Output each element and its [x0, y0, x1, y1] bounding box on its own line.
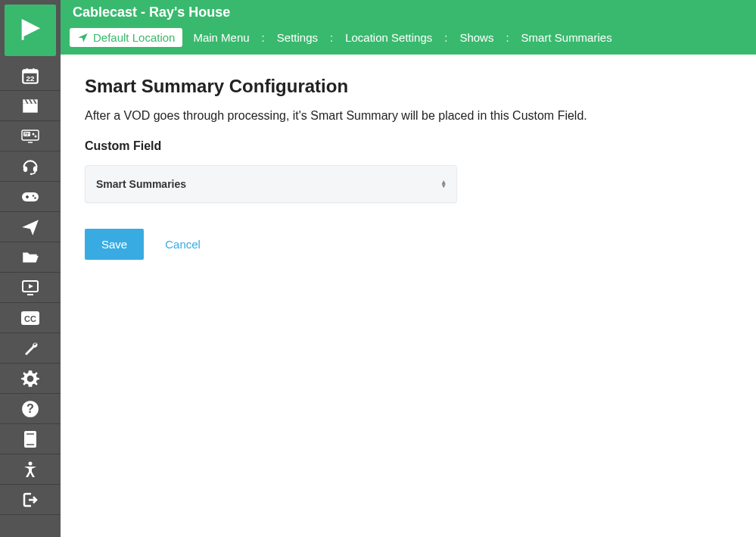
- svg-point-13: [35, 135, 37, 137]
- sidebar-item-book[interactable]: [0, 424, 61, 454]
- book-icon: [22, 429, 39, 449]
- svg-point-21: [33, 195, 35, 197]
- accessibility-icon: [21, 461, 39, 479]
- sidebar-item-monitor[interactable]: 75°: [0, 121, 61, 151]
- play-monitor-icon: [20, 279, 40, 296]
- gamepad-icon: [20, 190, 41, 204]
- breadcrumb: Default Location Main Menu : Settings : …: [61, 23, 756, 55]
- svg-text:22: 22: [26, 73, 35, 82]
- crumb-separator: :: [504, 31, 510, 44]
- folder-open-icon: [20, 248, 40, 267]
- logo-flag-icon: [17, 17, 43, 43]
- crumb-separator: :: [328, 31, 334, 44]
- svg-point-15: [23, 166, 27, 172]
- clapperboard-icon: [20, 96, 40, 116]
- svg-text:?: ?: [26, 401, 34, 415]
- custom-field-select[interactable]: Smart Summaries ▴▾: [85, 165, 457, 203]
- svg-rect-18: [22, 192, 39, 201]
- svg-rect-1: [23, 70, 38, 73]
- svg-point-34: [29, 461, 33, 465]
- crumb-separator: :: [443, 31, 449, 44]
- sidebar-item-clapper[interactable]: [0, 91, 61, 121]
- main: Cablecast - Ray's House Default Location…: [61, 0, 756, 537]
- svg-marker-24: [29, 284, 33, 289]
- crumb-separator: :: [260, 31, 266, 44]
- location-chip[interactable]: Default Location: [70, 28, 182, 47]
- logout-icon: [21, 491, 39, 509]
- actions: Save Cancel: [85, 229, 732, 260]
- page-title: Smart Summary Configuration: [85, 76, 732, 97]
- svg-point-17: [30, 173, 33, 175]
- svg-text:CC: CC: [24, 314, 36, 323]
- monitor-icon: 75°: [20, 129, 40, 144]
- sidebar-item-calendar[interactable]: 22: [0, 61, 61, 91]
- svg-rect-5: [23, 103, 38, 112]
- headset-icon: [20, 157, 40, 176]
- crumb-shows[interactable]: Shows: [452, 29, 501, 46]
- sidebar-item-wrench[interactable]: [0, 333, 61, 364]
- cancel-button[interactable]: Cancel: [165, 238, 201, 251]
- location-label: Default Location: [93, 31, 175, 44]
- chevron-up-down-icon: ▴▾: [442, 180, 446, 188]
- svg-point-22: [34, 197, 36, 199]
- sidebar-item-accessibility[interactable]: [0, 454, 61, 485]
- sidebar-item-help[interactable]: ?: [0, 394, 61, 424]
- save-button[interactable]: Save: [85, 229, 144, 260]
- crumb-smart-summaries[interactable]: Smart Summaries: [514, 29, 620, 46]
- help-icon: ?: [20, 399, 40, 419]
- svg-point-16: [33, 166, 37, 172]
- crumb-settings[interactable]: Settings: [269, 29, 325, 46]
- gear-icon: [20, 369, 40, 389]
- paper-plane-icon: [20, 217, 40, 237]
- sidebar-item-logout[interactable]: [0, 485, 61, 515]
- svg-point-28: [27, 376, 33, 382]
- sidebar-item-send[interactable]: [0, 212, 61, 242]
- svg-point-12: [33, 133, 35, 135]
- calendar-icon: 22: [20, 66, 40, 86]
- page-description: After a VOD goes through processing, it'…: [85, 109, 732, 123]
- sidebar-item-play-monitor[interactable]: [0, 273, 61, 303]
- sidebar: 22 75°: [0, 0, 61, 537]
- sidebar-item-gamepad[interactable]: [0, 182, 61, 212]
- svg-text:75°: 75°: [24, 131, 30, 136]
- wrench-icon: [21, 339, 39, 357]
- crumb-location-settings[interactable]: Location Settings: [338, 29, 440, 46]
- cc-icon: CC: [20, 310, 41, 326]
- app-title: Cablecast - Ray's House: [61, 0, 756, 23]
- custom-field-label: Custom Field: [85, 139, 732, 153]
- sidebar-item-settings[interactable]: [0, 364, 61, 394]
- sidebar-item-cc[interactable]: CC: [0, 303, 61, 333]
- sidebar-item-folder[interactable]: [0, 242, 61, 273]
- logo[interactable]: [5, 5, 56, 56]
- crumb-main-menu[interactable]: Main Menu: [185, 29, 257, 46]
- select-value: Smart Summaries: [96, 178, 186, 190]
- header: Cablecast - Ray's House Default Location…: [61, 0, 756, 55]
- location-arrow-icon: [77, 32, 89, 43]
- sidebar-item-headset[interactable]: [0, 151, 61, 182]
- content: Smart Summary Configuration After a VOD …: [61, 55, 756, 537]
